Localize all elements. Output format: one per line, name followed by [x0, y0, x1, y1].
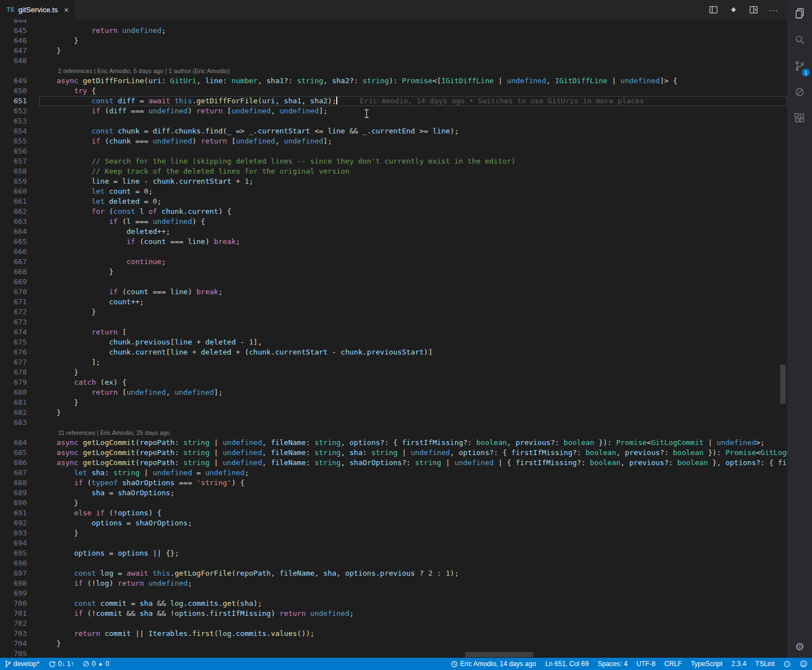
line-number[interactable]: 668 — [0, 267, 39, 277]
code-line[interactable]: 687 let sha: string | undefined = undefi… — [0, 468, 787, 478]
line-number[interactable]: 670 — [0, 287, 39, 297]
code-line[interactable]: 672 } — [0, 307, 787, 317]
line-number[interactable]: 693 — [0, 528, 39, 538]
line-number[interactable]: 676 — [0, 347, 39, 357]
code-line[interactable]: 680 return [undefined, undefined]; — [0, 387, 787, 398]
line-number[interactable]: 652 — [0, 106, 39, 116]
code-line[interactable]: 677 ]; — [0, 357, 787, 367]
code-line[interactable]: 690 } — [0, 498, 787, 508]
code-editor[interactable]: 644645 return undefined;646 }647 }6482 r… — [0, 20, 787, 658]
code-line[interactable]: 682 } — [0, 408, 787, 418]
code-line[interactable]: 696 — [0, 558, 787, 568]
cursor-position[interactable]: Ln 651, Col 69 — [541, 658, 593, 670]
line-number[interactable]: 703 — [0, 629, 39, 639]
code-line[interactable]: 705 — [0, 649, 787, 658]
line-number[interactable]: 675 — [0, 337, 39, 347]
tab-close-icon[interactable]: × — [64, 5, 69, 15]
line-number[interactable]: 702 — [0, 619, 39, 629]
line-number[interactable]: 694 — [0, 538, 39, 548]
line-number[interactable]: 647 — [0, 46, 39, 56]
indentation-setting[interactable]: Spaces: 4 — [593, 658, 632, 670]
line-number[interactable]: 690 — [0, 498, 39, 508]
code-line[interactable]: 693 } — [0, 528, 787, 538]
horizontal-scrollbar[interactable] — [465, 652, 533, 657]
line-number[interactable]: 665 — [0, 237, 39, 247]
open-changes-icon[interactable] — [705, 3, 722, 17]
code-line[interactable]: 653 — [0, 116, 787, 126]
line-number[interactable]: 657 — [0, 156, 39, 166]
line-number[interactable]: 648 — [0, 56, 39, 66]
code-line[interactable]: 661 let deleted = 0; — [0, 197, 787, 207]
code-line[interactable]: 683 — [0, 418, 787, 428]
line-number[interactable]: 679 — [0, 377, 39, 387]
feedback-smiley-icon[interactable] — [795, 658, 812, 670]
line-number[interactable]: 667 — [0, 257, 39, 267]
code-line[interactable]: 702 — [0, 619, 787, 629]
line-number[interactable]: 645 — [0, 26, 39, 36]
line-number[interactable]: 671 — [0, 297, 39, 307]
line-number[interactable]: 695 — [0, 548, 39, 558]
line-number[interactable]: 654 — [0, 126, 39, 136]
code-line[interactable]: 691 else if (!options) { — [0, 508, 787, 518]
code-line[interactable]: 647 } — [0, 46, 787, 56]
line-number[interactable]: 680 — [0, 387, 39, 398]
line-number[interactable]: 674 — [0, 327, 39, 337]
line-number[interactable]: 656 — [0, 146, 39, 156]
line-number[interactable]: 669 — [0, 277, 39, 287]
code-line[interactable]: 700 const commit = sha && log.commits.ge… — [0, 599, 787, 609]
code-line[interactable]: 671 count++; — [0, 297, 787, 307]
code-line[interactable]: 679 catch (ex) { — [0, 377, 787, 387]
gitlens-blame-icon[interactable] — [725, 3, 742, 17]
line-number[interactable]: 697 — [0, 568, 39, 578]
problems-indicator[interactable]: 0 ▲ 0 — [78, 658, 113, 670]
code-line[interactable]: 659 line = line - chunk.currentStart + 1… — [0, 176, 787, 186]
code-line[interactable]: 697 const log = await this.getLogForFile… — [0, 568, 787, 578]
code-line[interactable]: 667 continue; — [0, 257, 787, 267]
line-number[interactable]: 662 — [0, 207, 39, 217]
status-indicator-icon[interactable] — [779, 658, 795, 670]
search-icon[interactable] — [787, 26, 812, 52]
code-line[interactable]: 676 chunk.current[line + deleted + (chun… — [0, 347, 787, 357]
line-number[interactable]: 682 — [0, 408, 39, 418]
code-line[interactable]: 654 const chunk = diff.chunks.find(_ => … — [0, 126, 787, 136]
line-number[interactable]: 701 — [0, 609, 39, 619]
eol-setting[interactable]: CRLF — [660, 658, 686, 670]
code-line[interactable]: 685 async getLogCommit(repoPath: string … — [0, 448, 787, 458]
line-number[interactable]: 650 — [0, 86, 39, 96]
line-number[interactable]: 646 — [0, 36, 39, 46]
code-line[interactable]: 686 async getLogCommit(repoPath: string … — [0, 458, 787, 468]
code-line[interactable]: 649 async getDiffForLine(uri: GitUri, li… — [0, 76, 787, 86]
code-line[interactable]: 688 if (typeof shaOrOptions === 'string'… — [0, 478, 787, 488]
line-number[interactable]: 699 — [0, 588, 39, 599]
code-line[interactable]: 704 } — [0, 639, 787, 649]
code-line[interactable]: 694 — [0, 538, 787, 548]
code-line[interactable]: 703 return commit || Iterables.first(log… — [0, 629, 787, 639]
code-line[interactable]: 650 try { — [0, 86, 787, 96]
code-line[interactable]: 681 } — [0, 398, 787, 408]
line-number[interactable]: 691 — [0, 508, 39, 518]
code-line[interactable]: 668 } — [0, 267, 787, 277]
line-number[interactable]: 683 — [0, 418, 39, 428]
sync-status[interactable]: 0↓ 1↑ — [44, 658, 79, 670]
line-number[interactable]: 644 — [0, 20, 39, 26]
line-number[interactable]: 666 — [0, 247, 39, 257]
line-number[interactable]: 687 — [0, 468, 39, 478]
explorer-icon[interactable] — [787, 0, 812, 26]
code-line[interactable]: 669 — [0, 277, 787, 287]
code-line[interactable]: 662 for (const l of chunk.current) { — [0, 207, 787, 217]
line-number[interactable]: 651 — [0, 96, 39, 106]
code-line[interactable]: 695 options = options || {}; — [0, 548, 787, 558]
code-line[interactable]: 689 sha = shaOrOptions; — [0, 488, 787, 498]
git-branch-indicator[interactable]: develop* — [0, 658, 44, 670]
line-number[interactable]: 649 — [0, 76, 39, 86]
line-number[interactable]: 704 — [0, 639, 39, 649]
more-actions-icon[interactable]: ··· — [765, 3, 782, 17]
line-number[interactable]: 655 — [0, 136, 39, 146]
language-mode[interactable]: TypeScript — [686, 658, 727, 670]
inline-blame-annotation[interactable]: Eric Amodio, 14 days ago • Switches to u… — [360, 97, 644, 105]
codelens-link[interactable]: 2 references | Eric Amodio, 5 days ago |… — [58, 66, 230, 76]
code-line[interactable]: 646 } — [0, 36, 787, 46]
code-line[interactable]: 648 — [0, 56, 787, 66]
line-number[interactable]: 677 — [0, 357, 39, 367]
code-line[interactable]: 670 if (count === line) break; — [0, 287, 787, 297]
